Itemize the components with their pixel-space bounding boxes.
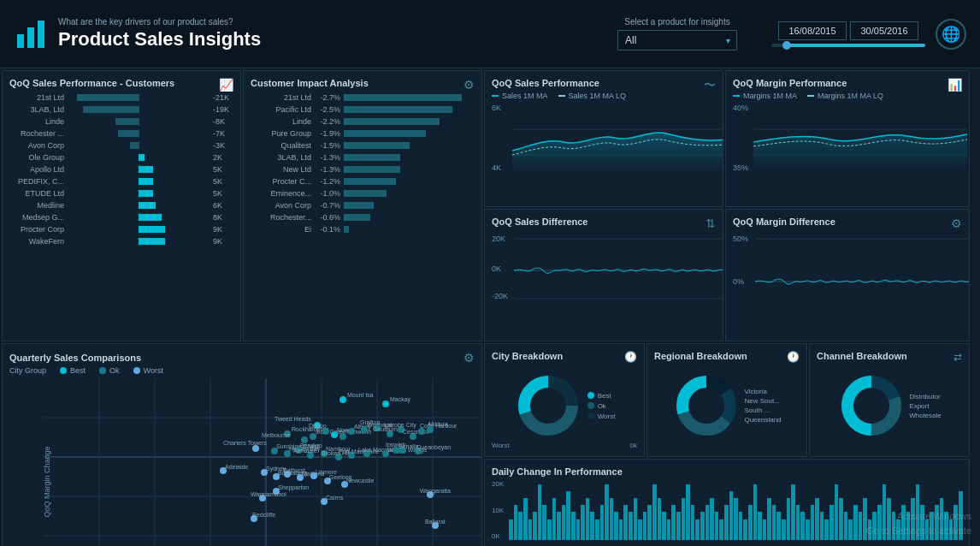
impact-bar-wrap: [344, 130, 475, 137]
newsouth-label: New Sout...: [744, 397, 781, 405]
bar-chart-icon: 📊: [948, 78, 962, 92]
customer-bar-row: 21st Ltd-21K: [9, 92, 233, 103]
y-label-6k: 6K: [492, 104, 501, 112]
customer-value: 5K: [210, 177, 233, 186]
legend-ok: Ok: [99, 366, 120, 375]
impact-name: New Ltd: [251, 165, 315, 174]
impact-pct: -1.3%: [315, 153, 344, 162]
daily-bar: [763, 519, 767, 540]
ok-label: Ok: [109, 366, 120, 375]
qoq-sales-performance-title: QoQ Sales Performance: [492, 78, 716, 88]
quarterly-scatter-panel: Quarterly Sales Comparisons ⚙ City Group…: [2, 343, 482, 546]
daily-bar: [859, 512, 863, 540]
daily-bar: [700, 512, 705, 540]
daily-bar: [959, 491, 963, 540]
midline: [139, 117, 139, 126]
impact-row: Pure Group-1.9%: [251, 128, 475, 139]
daily-bar: [629, 512, 633, 540]
legend-dot-light2: [807, 95, 814, 97]
daily-bar: [940, 498, 944, 540]
date-start[interactable]: 16/08/2015: [778, 21, 847, 40]
globe-icon[interactable]: 🌐: [936, 19, 966, 50]
impact-bar-wrap: [344, 118, 475, 125]
customer-bar: [139, 238, 165, 245]
daily-bar: [806, 519, 810, 540]
city-worst: Worst: [587, 412, 616, 420]
daily-bar: [748, 505, 753, 540]
date-slider-handle[interactable]: [782, 41, 791, 50]
svg-text:Mount Isa: Mount Isa: [347, 392, 374, 398]
scatter-legend-label: City Group: [9, 366, 46, 375]
date-end[interactable]: 30/05/2016: [850, 21, 918, 40]
customer-bar-row: Procter Corp9K: [9, 223, 233, 234]
regional-title: Regional Breakdown: [654, 351, 747, 361]
customer-name: 3LAB, Ltd: [9, 105, 68, 114]
qoq-sales-diff-svg: [514, 230, 723, 312]
customer-bar: [139, 226, 165, 233]
customer-name: Avon Corp: [9, 141, 68, 150]
daily-bar: [610, 498, 614, 540]
daily-bar: [949, 519, 953, 540]
qoq-sales-performance-panel: QoQ Sales Performance 〜 Sales 1M MA Sale…: [484, 70, 723, 207]
daily-bar: [916, 484, 920, 540]
svg-text:Grafton: Grafton: [360, 419, 380, 425]
daily-bar: [605, 484, 609, 540]
product-select[interactable]: All Product A Product B: [617, 30, 737, 50]
impact-row: Procter C...-1.2%: [251, 175, 475, 187]
daily-bar: [658, 498, 662, 540]
city-ok-axis: 0k: [630, 442, 637, 449]
daily-bar: [514, 505, 518, 540]
impact-pct: -1.5%: [315, 141, 344, 150]
svg-text:Dubbo: Dubbo: [309, 423, 327, 429]
daily-bar: [848, 519, 853, 540]
diff-icon: ⇅: [705, 217, 716, 230]
daily-chart-wrap: 20K 10K 0K: [492, 480, 962, 540]
daily-bar: [729, 491, 734, 540]
customer-bar-row: Ole Group2K: [9, 151, 233, 163]
qoq-margin-diff-svg: [755, 230, 969, 312]
settings-icon: ⚙: [951, 217, 962, 230]
scatter-legend: City Group Best Ok Worst: [9, 366, 475, 375]
svg-text:Redcliffe: Redcliffe: [252, 512, 275, 518]
impact-name: Linde: [251, 117, 315, 126]
svg-text:Mildura: Mildura: [428, 421, 448, 427]
impact-name: Rochester...: [251, 213, 315, 222]
daily-bar: [743, 519, 747, 540]
qoq-margin-legend: Margins 1M MA Margins 1M MA LQ: [733, 92, 962, 100]
daily-bar: [595, 519, 599, 540]
customer-value: 8K: [210, 213, 233, 222]
product-select-wrapper[interactable]: All Product A Product B ▾: [617, 30, 737, 50]
qoq-sales-legend: Sales 1M MA Sales 1M MA LQ: [492, 92, 716, 100]
customer-bar-wrap: [68, 189, 210, 198]
city-ok-dot: [587, 402, 594, 409]
qoq-sales-diff-title: QoQ Sales Difference: [492, 217, 716, 227]
customer-bar-wrap: [68, 129, 210, 138]
svg-point-65: [418, 428, 425, 435]
svg-point-37: [382, 401, 389, 407]
y-label-0k: 0K: [492, 264, 501, 273]
south-label: South ...: [744, 407, 781, 414]
date-slider[interactable]: [771, 44, 925, 47]
customer-value: -8K: [210, 117, 233, 126]
daily-bar: [662, 512, 666, 540]
y-label-40: 40%: [733, 104, 748, 112]
impact-bar: [344, 178, 396, 185]
daily-bar: [523, 498, 528, 540]
svg-text:Ballarat: Ballarat: [425, 519, 446, 525]
daily-bar: [911, 498, 915, 540]
scatter-wrapper: QoQ Margin Change 5% 0% -5% -10%: [44, 378, 475, 546]
daily-bar: [547, 519, 552, 540]
line-chart-icon: 〜: [704, 78, 716, 93]
daily-bar: [562, 505, 566, 540]
y-label-35: 35%: [733, 163, 748, 172]
customer-name: WakeFern: [9, 237, 68, 246]
daily-bar: [829, 505, 834, 540]
customer-bar: [139, 214, 162, 221]
daily-bar: [518, 512, 522, 540]
worst-label: Worst: [144, 366, 163, 375]
customer-value: -7K: [210, 129, 233, 138]
svg-text:Tweed Heads: Tweed Heads: [275, 416, 311, 422]
customer-bar: [130, 142, 139, 149]
customer-bar-list: 21st Ltd-21K3LAB, Ltd-19KLinde-8KRochest…: [9, 92, 233, 246]
qoq-sales-customers-panel: QoQ Sales Performance - Customers 📈 21st…: [2, 70, 241, 341]
